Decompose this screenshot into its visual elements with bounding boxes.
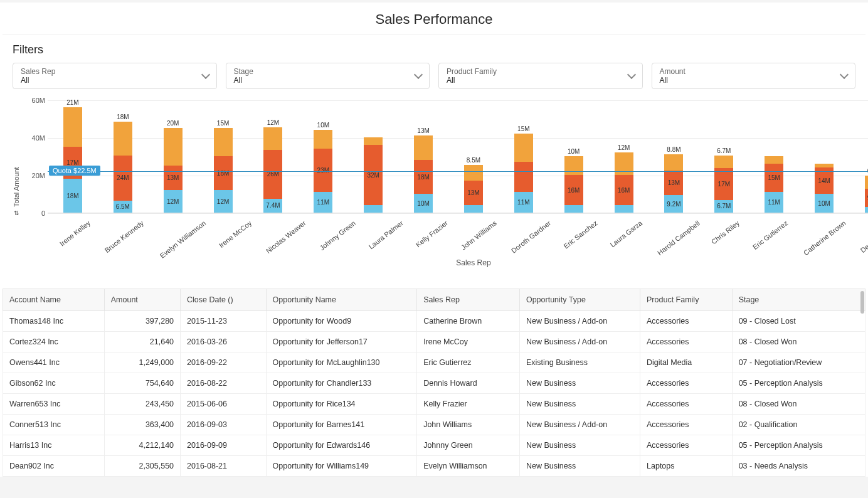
filter-stage[interactable]: Stage All: [226, 63, 430, 89]
x-tick: Dennis Howard: [857, 213, 868, 281]
table-cell: Laptops: [640, 456, 733, 477]
bar-label: 16M: [568, 187, 580, 194]
title-bar: Sales Performance: [3, 3, 865, 34]
table-row[interactable]: Thomas148 Inc397,2802015-11-23Opportunit…: [3, 311, 865, 332]
table-row[interactable]: Conner513 Inc363,4002016-09-03Opportunit…: [3, 415, 865, 435]
column-header[interactable]: Amount: [104, 289, 180, 311]
table-cell: Opportunity for Chandler133: [266, 373, 417, 394]
table-row[interactable]: Dean902 Inc2,305,5502016-08-21Opportunit…: [3, 456, 865, 477]
bar[interactable]: 8.8M13M9.2M: [649, 154, 699, 213]
table-cell: Opportunity for Jefferson17: [266, 332, 417, 352]
column-header[interactable]: Product Family: [640, 289, 733, 311]
bar-label: 10M: [818, 200, 830, 207]
table-cell: New Business / Add-on: [519, 415, 640, 435]
bar-label: 14M: [818, 177, 830, 184]
sort-icon: ⇅: [14, 209, 19, 216]
chevron-down-icon: [414, 70, 423, 79]
table-cell: Accessories: [640, 332, 733, 352]
y-axis-title: ⇅ Total Amount: [11, 100, 21, 282]
table-cell: 754,640: [104, 373, 180, 394]
y-tick: 0: [21, 209, 45, 217]
opportunity-table-panel: Account NameAmountClose Date ()Opportuni…: [3, 289, 865, 477]
table-cell: Owens441 Inc: [3, 352, 105, 373]
table-cell: New Business: [519, 373, 640, 394]
filters-panel: Filters Sales Rep All Stage All Product …: [3, 37, 865, 94]
table-cell: Dean902 Inc: [3, 456, 105, 477]
bar[interactable]: 13M18M10M: [398, 135, 448, 213]
table-cell: Eric Gutierrez: [417, 352, 520, 373]
bar-label: 18M: [417, 174, 429, 181]
table-cell: Evelyn Williamson: [417, 456, 520, 477]
table-cell: Opportunity for Wood9: [266, 311, 417, 332]
table-cell: Harris13 Inc: [3, 435, 105, 456]
table-cell: 4,212,140: [104, 435, 180, 456]
table-cell: 2016-08-21: [181, 456, 266, 477]
chevron-down-icon: [840, 70, 849, 79]
bar-label: 12M: [217, 198, 229, 205]
filter-product-family[interactable]: Product Family All: [438, 63, 643, 89]
table-cell: 2015-06-06: [181, 394, 266, 415]
table-row[interactable]: Owens441 Inc1,249,0002016-09-22Opportuni…: [3, 352, 865, 373]
bar-label: 11M: [317, 199, 329, 206]
bar-label: 7.4M: [266, 202, 280, 209]
table-cell: 03 - Needs Analysis: [732, 456, 865, 477]
bar-label: 13M: [668, 179, 680, 186]
bar-label: 15M: [768, 174, 780, 181]
bar[interactable]: 6.8M9.8M: [849, 176, 868, 213]
filter-name: Stage: [234, 67, 253, 76]
column-header[interactable]: Opportunity Type: [519, 289, 640, 311]
bar[interactable]: 8.5M13M: [448, 165, 499, 213]
table-row[interactable]: Gibson62 Inc754,6402016-08-22Opportunity…: [3, 373, 865, 394]
table-cell: 2,305,550: [104, 456, 180, 477]
filter-value: All: [21, 76, 55, 85]
table-cell: Accessories: [640, 311, 733, 332]
bar[interactable]: 15M11M: [499, 134, 549, 213]
column-header[interactable]: Sales Rep: [417, 289, 520, 311]
table-cell: New Business / Add-on: [519, 311, 640, 332]
y-tick: 40M: [21, 134, 45, 142]
table-cell: Dennis Howard: [417, 373, 520, 394]
column-header[interactable]: Close Date (): [181, 289, 266, 311]
table-row[interactable]: Harris13 Inc4,212,1402016-09-09Opportuni…: [3, 435, 865, 456]
bar[interactable]: 6.7M17M6.7M: [699, 156, 749, 213]
table-cell: 1,249,000: [104, 352, 180, 373]
table-cell: 2015-11-23: [181, 311, 266, 332]
table-cell: 05 - Perception Analysis: [732, 435, 865, 456]
column-header[interactable]: Opportunity Name: [266, 289, 417, 311]
filter-name: Product Family: [447, 67, 497, 76]
filter-sales-rep[interactable]: Sales Rep All: [13, 63, 217, 89]
bar[interactable]: 12M26M7.4M: [248, 127, 299, 213]
table-cell: 397,280: [104, 311, 180, 332]
bar[interactable]: 12M16M: [599, 152, 649, 213]
table-row[interactable]: Cortez324 Inc21,6402016-03-26Opportunity…: [3, 332, 865, 352]
table-cell: New Business: [519, 435, 640, 456]
filter-value: All: [660, 76, 685, 85]
table-cell: Existing Business: [519, 352, 640, 373]
table-row[interactable]: Warren653 Inc243,4502015-06-06Opportunit…: [3, 394, 865, 415]
column-header[interactable]: Account Name: [3, 289, 105, 311]
bar[interactable]: 20M13M12M: [148, 128, 198, 213]
quota-badge: Quota $22.5M: [49, 166, 100, 176]
filters-heading: Filters: [13, 43, 855, 56]
bar[interactable]: 15M11M: [749, 156, 799, 213]
scrollbar-thumb[interactable]: [860, 291, 864, 314]
column-header[interactable]: Stage: [732, 289, 865, 311]
table-cell: Johnny Green: [417, 435, 520, 456]
table-cell: Opportunity for Rice134: [266, 394, 417, 415]
bar-label: 20M: [167, 120, 179, 127]
table-cell: Digital Media: [640, 352, 733, 373]
x-tick: Bruce Kennedy: [102, 213, 171, 281]
x-tick: Catherine Brown: [800, 213, 868, 283]
opportunity-table[interactable]: Account NameAmountClose Date ()Opportuni…: [3, 289, 865, 477]
bar[interactable]: 32M: [348, 137, 398, 213]
bar[interactable]: 18M24M6.5M: [98, 122, 148, 213]
table-cell: New Business / Add-on: [519, 332, 640, 352]
chevron-down-icon: [201, 70, 209, 79]
bar[interactable]: 10M16M: [549, 156, 599, 213]
table-cell: Opportunity for McLaughlin130: [266, 352, 417, 373]
filter-amount[interactable]: Amount All: [652, 63, 856, 89]
chart-plot-area[interactable]: 020M40M60MQuota $22.5M21M17M18M18M24M6.5…: [48, 100, 868, 213]
bar[interactable]: 15M18M12M: [198, 128, 248, 213]
table-cell: Conner513 Inc: [3, 415, 105, 435]
bar[interactable]: 21M17M18M: [48, 107, 98, 213]
